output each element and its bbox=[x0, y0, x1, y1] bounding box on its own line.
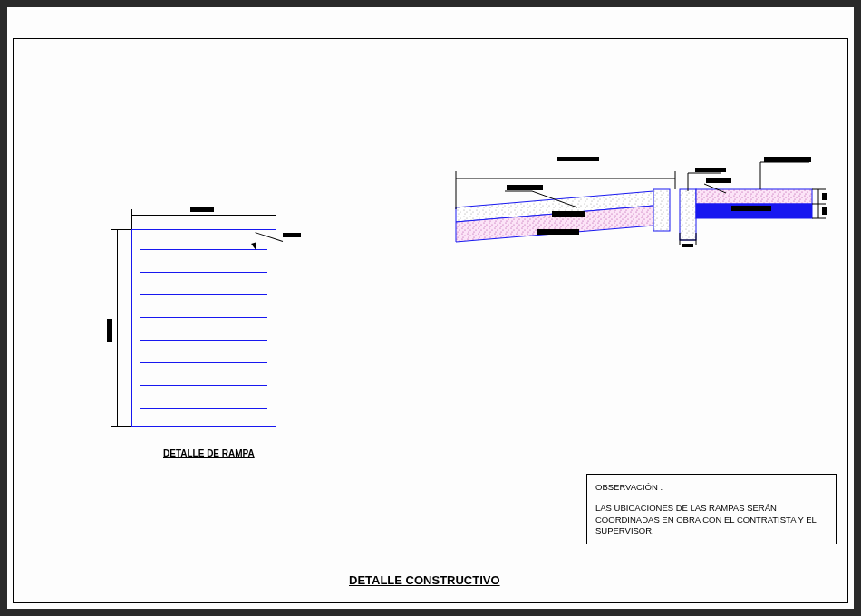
plan-dim-horizontal bbox=[131, 215, 276, 216]
ramp-tread-line bbox=[140, 249, 267, 250]
plan-dim-vertical-value bbox=[107, 319, 112, 342]
svg-rect-41 bbox=[731, 206, 771, 211]
section-geometry bbox=[450, 146, 829, 282]
drawing-frame: DETALLE DE RAMPA bbox=[13, 38, 848, 603]
svg-rect-40 bbox=[537, 229, 579, 235]
drawing-title: DETALLE CONSTRUCTIVO bbox=[349, 573, 500, 587]
ramp-tread-line bbox=[140, 317, 267, 318]
drawing-canvas: DETALLE DE RAMPA bbox=[7, 7, 854, 609]
plan-callout-label bbox=[283, 233, 301, 237]
svg-rect-12 bbox=[696, 189, 812, 204]
ramp-outline bbox=[131, 229, 276, 427]
plan-title: DETALLE DE RAMPA bbox=[163, 448, 255, 458]
svg-rect-39 bbox=[552, 211, 585, 217]
svg-rect-20 bbox=[507, 185, 543, 190]
observation-heading: OBSERVACIÓN : bbox=[595, 482, 827, 494]
svg-rect-34 bbox=[822, 207, 827, 215]
ramp-tread-line bbox=[140, 385, 267, 386]
ramp-plan-view: DETALLE DE RAMPA bbox=[104, 197, 295, 451]
svg-rect-11 bbox=[680, 189, 696, 240]
observation-body: LAS UBICACIONES DE LAS RAMPAS SERÁN COOR… bbox=[595, 503, 827, 537]
ramp-tread-line bbox=[140, 272, 267, 273]
observation-box: OBSERVACIÓN : LAS UBICACIONES DE LAS RAM… bbox=[586, 474, 837, 544]
svg-rect-38 bbox=[682, 244, 693, 247]
plan-dim-horizontal-value bbox=[190, 207, 214, 212]
ramp-tread-line bbox=[140, 294, 267, 295]
ramp-section-view bbox=[450, 146, 829, 273]
svg-rect-10 bbox=[653, 189, 670, 231]
svg-rect-17 bbox=[557, 157, 599, 161]
svg-rect-33 bbox=[822, 193, 827, 200]
svg-rect-28 bbox=[706, 178, 731, 183]
svg-rect-23 bbox=[695, 168, 726, 172]
plan-dim-vertical bbox=[117, 229, 118, 427]
ramp-tread-line bbox=[140, 408, 267, 409]
ramp-tread-line bbox=[140, 340, 267, 341]
ramp-tread-line bbox=[140, 362, 267, 363]
svg-rect-26 bbox=[764, 157, 811, 162]
